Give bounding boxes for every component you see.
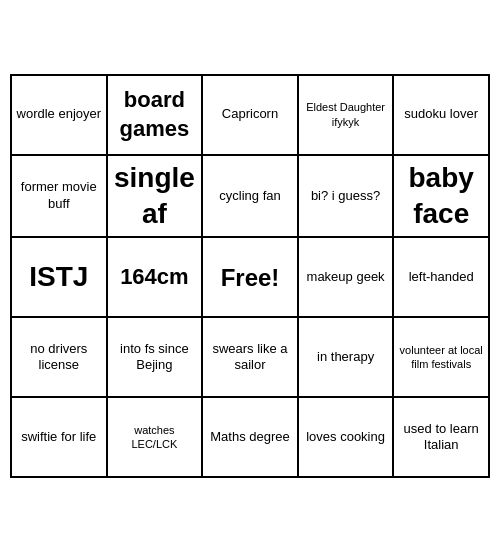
bingo-cell: board games xyxy=(108,76,204,156)
bingo-board: wordle enjoyerboard gamesCapricornEldest… xyxy=(10,66,490,479)
bingo-cell: Eldest Daughter ifykyk xyxy=(299,76,395,156)
bingo-cell: ISTJ xyxy=(12,238,108,318)
bingo-cell: no drivers license xyxy=(12,318,108,398)
bingo-cell: Capricorn xyxy=(203,76,299,156)
bingo-title xyxy=(10,66,490,74)
bingo-grid: wordle enjoyerboard gamesCapricornEldest… xyxy=(10,74,490,479)
bingo-cell: watches LEC/LCK xyxy=(108,398,204,478)
bingo-cell: swiftie for life xyxy=(12,398,108,478)
bingo-cell: in therapy xyxy=(299,318,395,398)
bingo-cell: 164cm xyxy=(108,238,204,318)
bingo-cell: volunteer at local film festivals xyxy=(394,318,490,398)
bingo-cell: used to learn Italian xyxy=(394,398,490,478)
bingo-cell: sudoku lover xyxy=(394,76,490,156)
bingo-cell: swears like a sailor xyxy=(203,318,299,398)
bingo-cell: makeup geek xyxy=(299,238,395,318)
bingo-cell: cycling fan xyxy=(203,156,299,239)
bingo-cell: Maths degree xyxy=(203,398,299,478)
bingo-cell: single af xyxy=(108,156,204,239)
bingo-cell: left-handed xyxy=(394,238,490,318)
bingo-cell: baby face xyxy=(394,156,490,239)
bingo-cell: loves cooking xyxy=(299,398,395,478)
bingo-cell: bi? i guess? xyxy=(299,156,395,239)
bingo-cell: Free! xyxy=(203,238,299,318)
bingo-cell: wordle enjoyer xyxy=(12,76,108,156)
bingo-cell: into fs since Bejing xyxy=(108,318,204,398)
bingo-cell: former movie buff xyxy=(12,156,108,239)
